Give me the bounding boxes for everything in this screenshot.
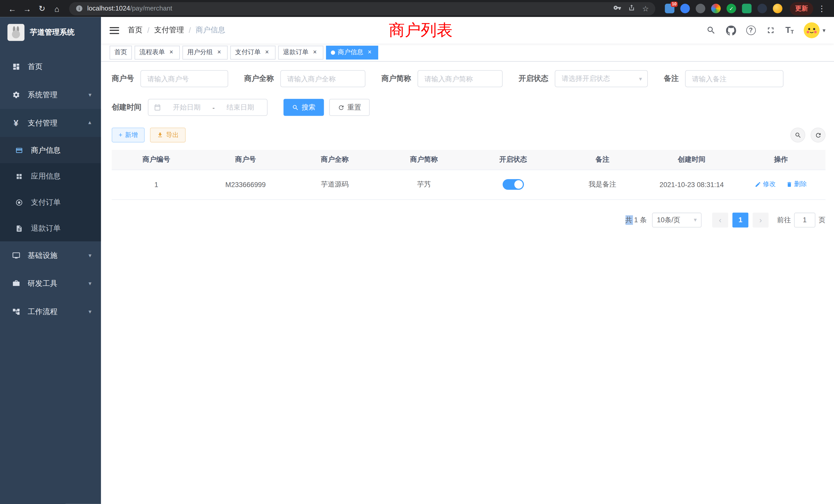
date-range-picker[interactable]: 开始日期 - 结束日期 [148,99,267,116]
extension-icon-2[interactable] [680,4,690,13]
url-text[interactable]: localhost:1024/pay/merchant [87,5,609,12]
payment-submenu: 商户信息 应用信息 支付订单 退款订单 [0,137,101,241]
site-info-icon[interactable] [75,5,83,12]
col-header: 商户全称 [290,150,379,169]
plus-icon: + [118,131,123,139]
total-count: 共 1 条 [625,215,647,225]
tab-merchant-info-active[interactable]: 商户信息× [326,45,378,59]
sidebar-item-merchant-info[interactable]: 商户信息 [0,137,101,163]
close-icon[interactable]: × [311,49,319,56]
browser-forward-icon[interactable]: → [20,2,34,16]
browser-back-icon[interactable]: ← [5,2,19,16]
goto-page-input[interactable] [794,212,815,227]
extension-icon-3[interactable] [696,4,705,13]
sidebar-logo[interactable]: 芋道管理系统 [0,17,101,47]
browser-home-icon[interactable]: ⌂ [50,2,64,16]
close-icon[interactable]: × [366,49,373,56]
export-button[interactable]: 导出 [150,128,185,142]
next-page-button[interactable]: › [753,212,769,227]
tab-pay-order[interactable]: 支付订单× [230,45,276,59]
col-header: 创建时间 [647,150,736,169]
extension-icon-5[interactable]: ✓ [727,4,736,13]
close-icon[interactable]: × [263,49,271,56]
profile-avatar-icon[interactable] [773,4,783,13]
sidebar-item-label: 研发工具 [28,279,58,288]
sidebar-item-app-info[interactable]: 应用信息 [0,163,101,189]
page-size-select[interactable]: 10条/页 ▾ [652,212,702,227]
toggle-search-button[interactable] [790,128,805,142]
sidebar-toggle-icon[interactable] [110,27,119,34]
breadcrumb-item-home[interactable]: 首页 [128,25,142,35]
sidebar-item-workflow[interactable]: 工作流程 ▾ [0,298,101,326]
status-select[interactable]: 请选择开启状态 ▾ [555,70,648,87]
chevron-up-icon: ▾ [89,120,91,126]
sidebar-item-label: 应用信息 [31,171,61,181]
workflow-icon [9,308,22,316]
browser-update-button[interactable]: 更新 [790,2,813,15]
remark-input[interactable] [685,70,784,87]
full-name-input[interactable] [280,70,366,87]
edit-link[interactable]: 修改 [755,180,776,189]
sidebar-item-label: 退款订单 [31,224,61,233]
font-size-icon[interactable]: TT [786,26,794,35]
tags-view-bar: 首页 流程表单× 用户分组× 支付订单× 退款订单× 商户信息× [101,44,834,62]
delete-link[interactable]: 删除 [786,180,807,189]
address-bar[interactable]: localhost:1024/pay/merchant ☆ [69,2,655,15]
bookmark-star-icon[interactable]: ☆ [642,4,649,13]
sidebar-item-system[interactable]: 系统管理 ▾ [0,81,101,109]
status-toggle[interactable] [503,179,524,190]
tab-label: 用户分组 [187,48,213,57]
refresh-icon [338,104,345,111]
filter-create-time: 创建时间 开始日期 - 结束日期 [112,99,267,116]
trash-icon [786,181,792,188]
chevron-down-icon: ▾ [89,309,91,315]
close-icon[interactable]: × [215,49,223,56]
extension-icon-4[interactable] [711,4,721,13]
close-icon[interactable]: × [168,49,175,56]
tab-home[interactable]: 首页 [110,45,132,59]
browser-menu-icon[interactable]: ⋮ [816,4,827,13]
user-menu[interactable]: ▾ [804,22,826,38]
sidebar-item-home[interactable]: 首页 [0,53,101,81]
search-icon[interactable] [706,25,716,35]
tab-flow-form[interactable]: 流程表单× [135,45,180,59]
sidebar-item-label: 支付订单 [31,198,61,207]
short-name-input[interactable] [418,70,503,87]
sidebar-item-label: 基础设施 [28,251,58,260]
sidebar-item-refund-orders[interactable]: 退款订单 [0,215,101,242]
reset-button[interactable]: 重置 [329,99,370,116]
chevron-down-icon: ▾ [639,75,642,82]
export-button-label: 导出 [166,131,179,140]
refresh-table-button[interactable] [811,128,826,142]
end-date-placeholder: 结束日期 [219,102,262,112]
breadcrumb-item-payment[interactable]: 支付管理 [154,25,184,35]
browser-reload-icon[interactable]: ↻ [35,2,49,16]
github-icon[interactable] [726,25,736,35]
table-row: 1 M233666999 芋道源码 芋艿 我是备注 2021-10-23 08:… [112,169,826,199]
filter-status: 开启状态 请选择开启状态 ▾ [519,70,648,87]
sidebar-item-infrastructure[interactable]: 基础设施 ▾ [0,241,101,270]
share-icon[interactable] [628,3,636,13]
tab-user-group[interactable]: 用户分组× [182,45,228,59]
help-icon[interactable]: ? [746,25,755,35]
password-key-icon[interactable] [613,3,621,13]
tab-label: 支付订单 [235,48,261,57]
tab-refund-order[interactable]: 退款订单× [278,45,323,59]
sidebar-item-dev-tools[interactable]: 研发工具 ▾ [0,270,101,298]
fullscreen-icon[interactable] [766,25,775,35]
add-button[interactable]: + 新增 [112,128,145,142]
merchant-no-input[interactable] [140,70,228,87]
url-path: /pay/merchant [130,5,172,12]
calendar-icon [154,104,161,111]
extension-icon-1[interactable]: 10 [665,4,674,13]
sidebar-item-label: 首页 [28,62,43,71]
page-1-button[interactable]: 1 [732,212,748,227]
extension-icon-6[interactable] [742,4,751,13]
sidebar-item-payment[interactable]: ¥ 支付管理 ▾ [0,109,101,137]
extension-icon-7[interactable] [758,4,767,13]
monitor-icon [9,251,22,259]
sidebar-item-pay-orders[interactable]: 支付订单 [0,189,101,215]
cell-merchant-id: 1 [112,169,201,199]
prev-page-button[interactable]: ‹ [712,212,728,227]
search-button[interactable]: 搜索 [284,99,324,116]
